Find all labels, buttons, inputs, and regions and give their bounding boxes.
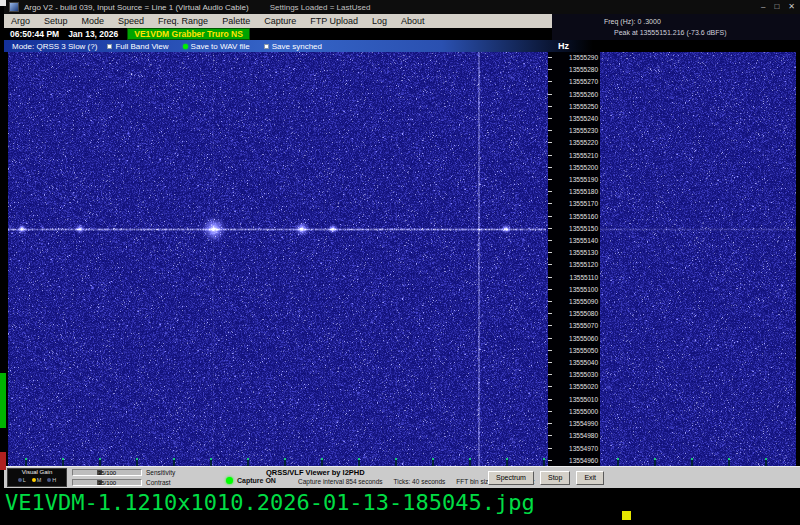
menu-item-argo[interactable]: Argo [4, 14, 37, 28]
freq-scale-row: 13554960 [548, 457, 600, 464]
freq-scale-row: 13555200 [548, 164, 600, 171]
menu-item-log[interactable]: Log [365, 14, 394, 28]
stop-button[interactable]: Stop [540, 471, 570, 485]
radio-icon[interactable] [18, 478, 22, 482]
exit-button[interactable]: Exit [576, 471, 604, 485]
gain-option-h[interactable]: H [47, 477, 56, 483]
menu-item-speed[interactable]: Speed [111, 14, 151, 28]
option-save-to-wav-file[interactable]: Save to WAV file [183, 42, 250, 51]
slider-label: Contrast [146, 479, 171, 486]
window-title-settings: Settings Loaded = LastUsed [270, 3, 371, 12]
scale-tick [548, 289, 552, 290]
checkbox-icon[interactable] [107, 44, 112, 49]
menu-item-about[interactable]: About [394, 14, 432, 28]
freq-label: 13555060 [569, 335, 598, 342]
freq-scale-row: 13555250 [548, 103, 600, 110]
freq-label: 13555130 [569, 249, 598, 256]
menu-item-ftp-upload[interactable]: FTP Upload [303, 14, 365, 28]
window-title: Argo V2 - build 039, Input Source = Line… [24, 3, 249, 12]
scale-tick [548, 203, 552, 204]
scale-tick [548, 118, 552, 119]
slider-stack: 35/100Sensitivity35/100Contrast [72, 467, 232, 489]
spectrogram-waterfall[interactable] [8, 52, 796, 466]
capture-on-button[interactable]: Capture ON [237, 477, 276, 484]
menu-item-setup[interactable]: Setup [37, 14, 75, 28]
freq-label: 13555230 [569, 127, 598, 134]
freq-scale-row: 13554970 [548, 445, 600, 452]
freq-scale-row: 13555140 [548, 237, 600, 244]
freq-label: 13555190 [569, 176, 598, 183]
freq-scale-row: 13555060 [548, 335, 600, 342]
scale-tick [548, 69, 552, 70]
peak-frequency-readout: Peak at 13555151.216 (-73.6 dBFS) [614, 27, 800, 38]
freq-scale-row: 13555210 [548, 152, 600, 159]
checkbox-icon[interactable] [264, 44, 269, 49]
clock-time: 06:50:44 PM [10, 29, 59, 39]
scale-tick [548, 142, 552, 143]
title-bar[interactable]: Argo V2 - build 039, Input Source = Line… [4, 0, 800, 14]
freq-label: 13555150 [569, 225, 598, 232]
gain-option-label: H [52, 477, 56, 483]
contrast-slider[interactable]: 35/100 [72, 479, 142, 486]
desktop-artifact-green [0, 373, 6, 428]
slider-value: 35/100 [73, 480, 141, 486]
freq-label: 13555260 [569, 91, 598, 98]
minimize-button[interactable]: – [761, 0, 765, 14]
bottom-buttons: SpectrumStopExit [488, 471, 604, 485]
freq-label: 13555220 [569, 139, 598, 146]
gain-option-m[interactable]: M [32, 477, 42, 483]
radio-icon[interactable] [32, 478, 36, 482]
freq-label: 13555280 [569, 66, 598, 73]
freq-label: 13555200 [569, 164, 598, 171]
clock-date: Jan 13, 2026 [68, 29, 118, 39]
slider-label: Sensitivity [146, 469, 175, 476]
scale-tick [548, 350, 552, 351]
scale-tick [548, 252, 552, 253]
freq-label: 13555160 [569, 213, 598, 220]
desktop-artifact-red [0, 452, 6, 470]
gain-option-label: M [37, 477, 42, 483]
freq-label: 13555250 [569, 103, 598, 110]
menu-item-palette[interactable]: Palette [215, 14, 257, 28]
green-led-icon[interactable] [183, 44, 188, 49]
gain-option-l[interactable]: L [18, 477, 26, 483]
freq-label: 13555080 [569, 310, 598, 317]
freq-scale-row: 13555230 [548, 127, 600, 134]
freq-scale-row: 13555050 [548, 347, 600, 354]
argo-app-icon [9, 2, 19, 12]
scale-tick [548, 155, 552, 156]
scale-tick [548, 81, 552, 82]
freq-label: 13555030 [569, 371, 598, 378]
contrast-slider-row: 35/100Contrast [72, 478, 171, 487]
freq-label: 13555000 [569, 408, 598, 415]
scale-tick [548, 325, 552, 326]
menu-item-freq-range[interactable]: Freq. Range [151, 14, 215, 28]
scale-tick [548, 338, 552, 339]
freq-scale-row: 13555270 [548, 78, 600, 85]
maximize-button[interactable]: □ [774, 0, 779, 14]
freq-label: 13555180 [569, 188, 598, 195]
argo-window: Argo V2 - build 039, Input Source = Line… [4, 0, 800, 489]
freq-label: 13555210 [569, 152, 598, 159]
viewer-title: QRSS/VLF Viewer by I2PHD [266, 468, 365, 477]
freq-scale-row: 13555130 [548, 249, 600, 256]
sensitivity-slider[interactable]: 35/100 [72, 469, 142, 476]
menu-item-mode[interactable]: Mode [75, 14, 112, 28]
scale-tick [548, 130, 552, 131]
menu-item-capture[interactable]: Capture [257, 14, 303, 28]
radio-icon[interactable] [47, 478, 51, 482]
scale-tick [548, 301, 552, 302]
spectrum-button[interactable]: Spectrum [488, 471, 534, 485]
scale-tick [548, 423, 552, 424]
freq-label: 13555020 [569, 383, 598, 390]
capture-status: Capture ON [226, 477, 276, 484]
freq-label: 13554970 [569, 445, 598, 452]
option-save-synched[interactable]: Save synched [264, 42, 322, 51]
bottom-control-bar: Visual Gain LMH 35/100Sensitivity35/100C… [4, 466, 800, 488]
capture-interval-text: Capture interval 854 seconds [298, 478, 383, 485]
freq-scale-row: 13555030 [548, 371, 600, 378]
close-button[interactable]: ✕ [788, 0, 795, 14]
scale-tick [548, 448, 552, 449]
option-full-band-view[interactable]: Full Band View [107, 42, 168, 51]
scale-tick [548, 411, 552, 412]
